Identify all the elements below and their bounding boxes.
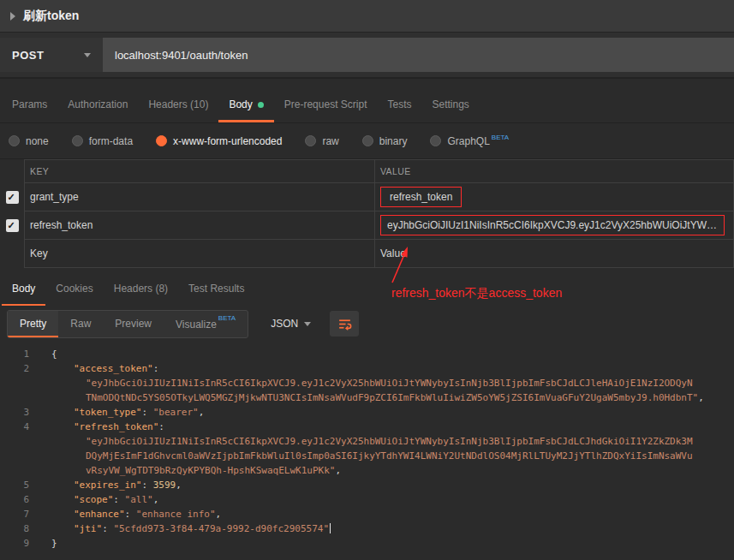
language-label: JSON [271,318,298,330]
line-content: "expires_in": 3599, [51,478,182,492]
tab-label: Authorization [68,98,128,110]
code-line: 3"token_type": "bearer", [0,405,734,420]
code-line: 1{ [0,347,734,361]
line-content: "enhance": "enhance info", [51,507,221,521]
body-mode-raw[interactable]: raw [305,135,338,147]
row-checkbox[interactable] [6,191,19,204]
text-cursor [330,523,331,533]
tab-label: Tests [387,98,411,110]
request-tab-tests[interactable]: Tests [377,87,421,122]
method-select[interactable]: POST [0,38,103,72]
line-content: DQyMjEsImF1dGhvcml0aWVzIjpbImFkbWluIl0sI… [51,449,693,463]
key-cell[interactable]: grant_type [24,183,374,211]
collapse-triangle-icon[interactable] [10,12,15,21]
tab-label: Params [12,98,47,110]
row-checkbox[interactable] [6,219,19,232]
body-mode-none[interactable]: none [9,135,49,147]
radio-icon [362,135,373,146]
chevron-down-icon [84,53,91,57]
view-label: Visualize [176,319,217,331]
radio-icon [156,135,167,146]
chevron-down-icon [304,322,311,326]
view-preview[interactable]: Preview [103,311,164,337]
body-mode-binary[interactable]: binary [362,135,408,147]
request-tab-headers-10[interactable]: Headers (10) [138,87,218,122]
code-line: 8"jti": "5cfdd973-3f84-479a-9992-d90fc29… [0,521,734,536]
key-placeholder-input[interactable]: Key [24,240,374,268]
response-tabs: BodyCookiesHeaders (8)Test Results [0,268,734,306]
line-number: 9 [0,536,29,551]
body-mode-graphql[interactable]: GraphQLBETA [430,135,509,147]
request-tabs: ParamsAuthorizationHeaders (10)BodyPre-r… [0,79,734,123]
value-cell[interactable]: refresh_token [374,183,734,211]
response-tab-test-results[interactable]: Test Results [178,271,254,306]
key-cell[interactable]: refresh_token [24,211,374,240]
table-row: refresh_tokeneyJhbGciOiJIUzI1NiIsInR5cCI… [0,211,734,240]
value-placeholder-input[interactable]: Value [374,240,734,268]
view-visualize[interactable]: VisualizeBETA [164,311,248,337]
response-body-json[interactable]: 1{2"access_token":"eyJhbGciOiJIUzI1NiIsI… [0,342,734,551]
code-line: 9} [0,536,734,551]
code-line: 7"enhance": "enhance info", [0,507,734,521]
line-number: 6 [0,492,29,507]
view-pretty[interactable]: Pretty [8,311,58,337]
url-input[interactable]: localhost:9401/oauth/token [103,38,734,72]
line-number: 5 [0,478,29,492]
response-tab-cookies[interactable]: Cookies [45,271,103,306]
body-has-content-dot [258,102,264,108]
code-line: TNmODQtNDc5YS05OTkyLWQ5MGZjMjkwNTU3NCIsI… [0,390,734,405]
radio-icon [305,135,316,146]
value-text: refresh_token [380,187,462,207]
wrap-text-icon [337,317,352,331]
code-line: "eyJhbGciOiJIUzI1NiIsInR5cCI6IkpXVCJ9.ey… [0,434,734,449]
mode-label: x-www-form-urlencoded [173,135,282,147]
line-content: "eyJhbGciOiJIUzI1NiIsInR5cCI6IkpXVCJ9.ey… [51,376,693,390]
response-tab-body[interactable]: Body [2,271,45,306]
request-url-row: POST localhost:9401/oauth/token [0,33,734,79]
response-view-switcher: PrettyRawPreviewVisualizeBETA [7,310,248,338]
line-content: "access_token": [51,361,158,376]
request-tab-authorization[interactable]: Authorization [57,87,138,122]
line-content: "scope": "all", [51,492,158,507]
mode-label: binary [379,135,408,147]
value-text: eyJhbGciOiJIUzI1NiIsInR5cCI6IkpXVCJ9.eyJ… [380,215,725,235]
response-tab-headers-8[interactable]: Headers (8) [104,271,178,306]
request-tab-params[interactable]: Params [2,87,57,122]
line-number: 8 [0,521,29,536]
code-line: 2"access_token": [0,361,734,376]
code-line: vRsyVW_WgTDT9bRzQyKPYBQh-HpshKSwaqELwK1u… [0,463,734,478]
mode-label: form-data [89,135,133,147]
radio-icon [72,135,83,146]
body-mode-x-www-form-urlencoded[interactable]: x-www-form-urlencoded [156,135,282,147]
form-data-table: KEY VALUE grant_typerefresh_tokenrefresh… [0,159,734,268]
line-number: 4 [0,420,29,434]
value-cell[interactable]: eyJhbGciOiJIUzI1NiIsInR5cCI6IkpXVCJ9.eyJ… [374,211,734,240]
line-number [0,376,29,390]
line-content: "jti": "5cfdd973-3f84-479a-9992-d90fc290… [51,521,331,536]
wrap-text-button[interactable] [330,311,359,337]
request-tab-pre-request-script[interactable]: Pre-request Script [274,87,378,122]
view-raw[interactable]: Raw [58,311,103,337]
line-number [0,449,29,463]
tab-label: Pre-request Script [284,98,367,110]
postman-window: 刷新token POST localhost:9401/oauth/token … [0,0,734,551]
body-mode-form-data[interactable]: form-data [72,135,133,147]
line-content: "eyJhbGciOiJIUzI1NiIsInR5cCI6IkpXVCJ9.ey… [51,434,693,449]
request-title-bar: 刷新token [0,0,734,33]
request-tab-body[interactable]: Body [218,87,273,122]
table-header-row: KEY VALUE [0,159,734,183]
view-label: Raw [70,318,91,330]
line-content: } [51,536,57,551]
line-content: "refresh_token": [51,420,164,434]
body-mode-radios: noneform-datax-www-form-urlencodedrawbin… [0,123,734,159]
code-line: 6"scope": "all", [0,492,734,507]
table-row: grant_typerefresh_token [0,183,734,211]
line-number [0,390,29,405]
tab-label: Headers (10) [148,98,208,110]
checkbox-gutter [0,211,24,240]
language-select[interactable]: JSON [262,313,319,335]
checkbox-gutter [0,183,24,211]
view-label: Preview [115,318,152,330]
checkbox-gutter [0,240,24,268]
request-tab-settings[interactable]: Settings [422,87,480,122]
